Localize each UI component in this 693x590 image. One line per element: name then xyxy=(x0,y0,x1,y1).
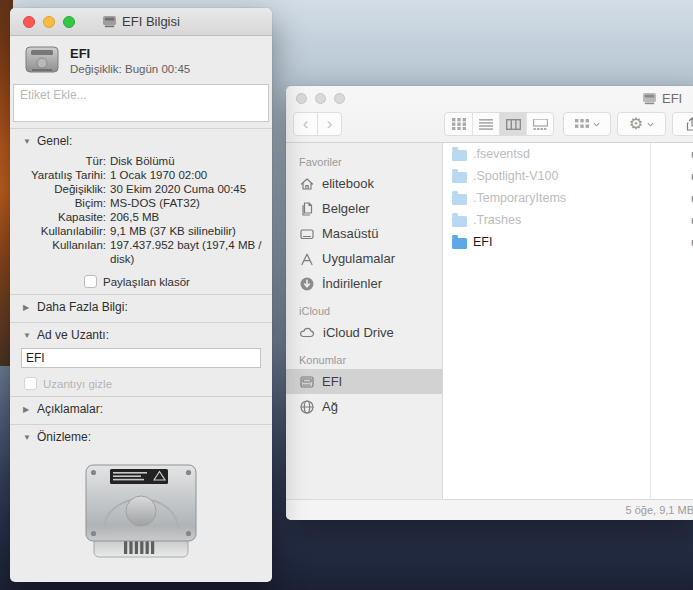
documents-icon xyxy=(299,201,315,217)
view-switcher xyxy=(444,112,554,136)
back-button[interactable]: ‹ xyxy=(293,112,318,136)
finder-traffic-lights[interactable] xyxy=(296,93,345,104)
minimize-button[interactable] xyxy=(315,93,326,104)
file-row-trashes[interactable]: .Trashes ▶ xyxy=(443,209,693,231)
info-title-text: EFI Bilgisi xyxy=(122,14,180,29)
sidebar-item-applications[interactable]: Uygulamalar xyxy=(286,246,442,271)
zoom-button[interactable] xyxy=(63,16,75,28)
internal-drive-icon xyxy=(299,374,315,390)
action-menu-button[interactable]: ⚙ xyxy=(617,112,666,136)
info-row: Tür:Disk Bölümü xyxy=(10,154,272,168)
share-button[interactable] xyxy=(672,112,693,136)
home-icon xyxy=(299,176,315,192)
status-bar: 5 öğe, 9,1 MB xyxy=(286,499,693,520)
item-name: EFI xyxy=(70,46,190,61)
info-traffic-lights[interactable] xyxy=(23,16,75,28)
sidebar-item-documents[interactable]: Belgeler xyxy=(286,196,442,221)
file-row-temporaryitems[interactable]: .TemporaryItems ▶ xyxy=(443,187,693,209)
icon-view-button[interactable] xyxy=(445,113,472,135)
triangle-down-icon: ▼ xyxy=(23,433,31,442)
forward-button[interactable]: › xyxy=(317,112,342,136)
sidebar-header-locations: Konumlar xyxy=(299,354,442,366)
folder-icon xyxy=(452,216,467,227)
chevron-down-icon xyxy=(647,122,654,127)
finder-title-text: EFI xyxy=(662,91,682,106)
group-by-button[interactable] xyxy=(563,112,611,136)
gallery-view-button[interactable] xyxy=(526,113,553,135)
sidebar-header-favorites: Favoriler xyxy=(299,156,442,168)
sidebar-item-elitebook[interactable]: elitebook xyxy=(286,171,442,196)
section-name-extension[interactable]: ▼ Ad ve Uzantı: xyxy=(10,323,272,344)
share-icon xyxy=(686,117,693,131)
file-row-efi[interactable]: EFI ▶ xyxy=(443,231,693,253)
file-column-view: .fseventsd ▶ .Spotlight-V100 ▶ .Temporar… xyxy=(443,143,693,499)
info-header: EFI Değişiklik: Bugün 00:45 xyxy=(10,36,272,82)
navigation-buttons: ‹ › xyxy=(293,112,342,136)
internal-drive-icon xyxy=(102,15,117,28)
minimize-button[interactable] xyxy=(43,16,55,28)
checkbox[interactable] xyxy=(24,377,37,390)
chevron-down-icon xyxy=(593,122,600,127)
applications-icon xyxy=(299,251,315,267)
folder-icon xyxy=(452,194,467,205)
finder-sidebar: Favoriler elitebook Belgeler Masaüstü xyxy=(286,143,443,499)
gear-icon: ⚙ xyxy=(629,116,643,132)
file-row-spotlight[interactable]: .Spotlight-V100 ▶ xyxy=(443,165,693,187)
info-row: Kullanılan:197.437.952 bayt (197,4 MB / … xyxy=(10,238,272,266)
info-row: Kullanılabilir:9,1 MB (37 KB silinebilir… xyxy=(10,224,272,238)
general-info-table: Tür:Disk Bölümü Yaratılış Tarihi:1 Ocak … xyxy=(10,154,272,266)
info-row: Yaratılış Tarihi:1 Ocak 1970 02:00 xyxy=(10,168,272,182)
section-more-info[interactable]: ▶ Daha Fazla Bilgi: xyxy=(10,295,272,316)
close-button[interactable] xyxy=(296,93,307,104)
filename-input[interactable] xyxy=(21,348,261,368)
sidebar-item-network[interactable]: Ağ xyxy=(286,394,442,419)
folder-icon xyxy=(452,238,467,249)
column-view-button[interactable] xyxy=(499,113,526,135)
close-button[interactable] xyxy=(23,16,35,28)
sidebar-item-downloads[interactable]: İndirilenler xyxy=(286,271,442,296)
cloud-icon xyxy=(299,325,316,341)
hard-drive-preview-icon xyxy=(80,459,202,563)
info-titlebar[interactable]: EFI Bilgisi xyxy=(10,8,272,36)
hide-extension-checkbox-row[interactable]: Uzantıyı gizle xyxy=(24,377,272,390)
finder-window-title: EFI xyxy=(642,91,682,106)
status-text: 5 öğe, 9,1 MB xyxy=(626,504,693,516)
preview-area xyxy=(10,446,272,576)
triangle-down-icon: ▼ xyxy=(23,331,31,340)
internal-drive-icon xyxy=(642,92,657,105)
sidebar-item-desktop[interactable]: Masaüstü xyxy=(286,221,442,246)
downloads-icon xyxy=(299,276,315,292)
triangle-right-icon: ▶ xyxy=(23,303,31,312)
folder-icon xyxy=(452,172,467,183)
item-modified: Değişiklik: Bugün 00:45 xyxy=(70,63,190,75)
triangle-down-icon: ▼ xyxy=(23,137,31,146)
sidebar-item-efi[interactable]: EFI xyxy=(286,369,442,394)
tags-input[interactable]: Etiket Ekle... xyxy=(13,84,269,122)
shared-folder-checkbox-row[interactable]: Paylaşılan klasör xyxy=(84,275,272,288)
desktop-wallpaper: EFI ‹ › xyxy=(0,0,693,590)
drive-icon xyxy=(24,44,60,76)
info-row: Biçim:MS-DOS (FAT32) xyxy=(10,196,272,210)
file-row-fseventsd[interactable]: .fseventsd ▶ xyxy=(443,143,693,165)
finder-window: EFI ‹ › xyxy=(286,86,693,520)
finder-titlebar[interactable]: EFI ‹ › xyxy=(286,86,693,143)
section-general[interactable]: ▼ Genel: xyxy=(10,129,272,150)
folder-icon xyxy=(452,150,467,161)
zoom-button[interactable] xyxy=(334,93,345,104)
info-window: EFI Bilgisi EFI Değişiklik: Bugün 00:45 … xyxy=(10,8,272,582)
section-comments[interactable]: ▶ Açıklamalar: xyxy=(10,397,272,418)
desktop-icon xyxy=(299,226,315,242)
sidebar-item-icloud-drive[interactable]: iCloud Drive xyxy=(286,320,442,345)
info-row: Değişiklik:30 Ekim 2020 Cuma 00:45 xyxy=(10,182,272,196)
network-globe-icon xyxy=(299,399,315,415)
triangle-right-icon: ▶ xyxy=(23,405,31,414)
sidebar-header-icloud: iCloud xyxy=(299,305,442,317)
checkbox[interactable] xyxy=(84,275,97,288)
column-divider[interactable] xyxy=(650,143,651,499)
list-view-button[interactable] xyxy=(472,113,499,135)
info-row: Kapasite:206,5 MB xyxy=(10,210,272,224)
section-preview[interactable]: ▼ Önizleme: xyxy=(10,425,272,446)
